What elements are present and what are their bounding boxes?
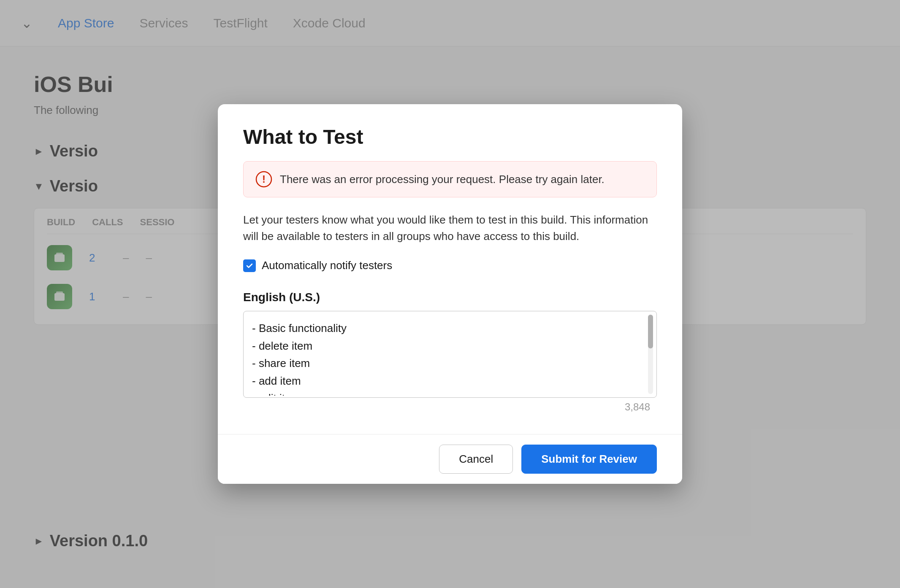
modal-body: What to Test ! There was an error proces… bbox=[218, 104, 682, 434]
notify-testers-row: Automatically notify testers bbox=[243, 259, 657, 272]
language-title: English (U.S.) bbox=[243, 291, 657, 304]
error-banner: ! There was an error processing your req… bbox=[243, 161, 657, 197]
modal-footer: Cancel Submit for Review bbox=[218, 434, 682, 484]
scrollbar-track bbox=[648, 315, 653, 394]
modal-title: What to Test bbox=[243, 125, 657, 148]
error-message: There was an error processing your reque… bbox=[280, 173, 605, 186]
cancel-button[interactable]: Cancel bbox=[439, 445, 513, 474]
error-icon: ! bbox=[255, 171, 272, 188]
notify-checkbox-label: Automatically notify testers bbox=[262, 259, 392, 272]
notes-textarea[interactable]: - Basic functionality - delete item - sh… bbox=[244, 311, 656, 396]
submit-for-review-button[interactable]: Submit for Review bbox=[521, 445, 657, 474]
modal: What to Test ! There was an error proces… bbox=[218, 104, 682, 484]
modal-overlay: What to Test ! There was an error proces… bbox=[0, 0, 900, 588]
char-count: 3,848 bbox=[243, 398, 657, 418]
notify-checkbox[interactable] bbox=[243, 259, 256, 272]
notes-textarea-wrap: - Basic functionality - delete item - sh… bbox=[243, 311, 657, 398]
modal-description: Let your testers know what you would lik… bbox=[243, 212, 657, 245]
checkmark-icon bbox=[246, 262, 253, 270]
svg-text:!: ! bbox=[262, 173, 266, 185]
scrollbar-thumb[interactable] bbox=[648, 315, 653, 348]
